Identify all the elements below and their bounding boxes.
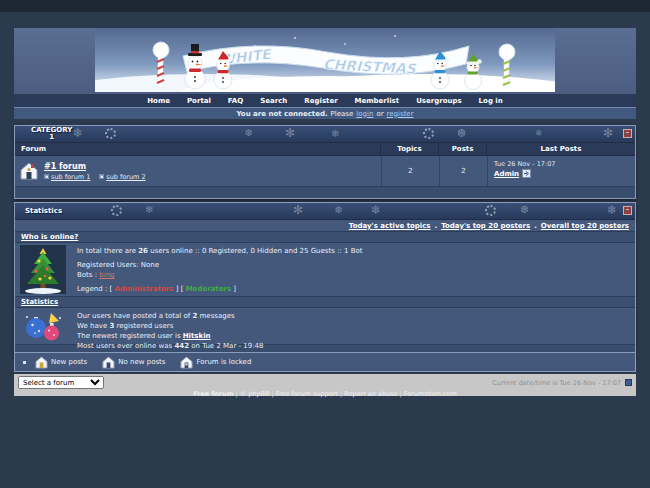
- bot-link[interactable]: bing: [99, 271, 114, 279]
- statistics-title: Statistics: [25, 207, 62, 215]
- table-footer-spacer: [15, 186, 635, 198]
- last-post-author-link[interactable]: Admin: [494, 170, 519, 178]
- footer-corner-icon: [625, 379, 632, 386]
- legend-bullet-icon: [23, 361, 26, 364]
- top-posters-today-link[interactable]: Today's top 20 posters: [441, 222, 530, 230]
- footer-links: Free forum|© phpBB|Free forum support|Re…: [18, 390, 632, 398]
- legend-new-posts: New posts: [35, 356, 87, 369]
- wreath-icon: [485, 205, 496, 216]
- legend-forum-locked: Forum is locked: [180, 356, 251, 369]
- registered-users-line: Registered Users: None: [77, 261, 629, 269]
- column-last-posts: Last Posts: [486, 143, 635, 155]
- forum-page: WHITE CHRISTMAS: [0, 0, 650, 488]
- snowflake-icon: ❄: [607, 203, 617, 217]
- christmas-tree-image: [20, 245, 66, 294]
- ornaments-image: [23, 311, 63, 341]
- snowflake-icon: ❆: [335, 205, 343, 215]
- subforum-item: sub forum 1: [44, 173, 90, 181]
- status-or: or: [376, 110, 383, 118]
- statistics-detail-link[interactable]: Statistics: [21, 298, 58, 306]
- nav-login[interactable]: Log in: [479, 97, 503, 105]
- post-legend-bar: New posts No new posts Forum is locked: [14, 352, 636, 372]
- forum-jump-select[interactable]: Select a forum: [18, 376, 104, 389]
- subforum-list: sub forum 1 sub forum 2: [44, 173, 146, 181]
- nav-memberlist[interactable]: Memberlist: [355, 97, 400, 105]
- subforum-bullet-icon: [99, 174, 104, 179]
- forumotion-link[interactable]: Forumotion.com: [404, 390, 457, 398]
- who-is-online-link[interactable]: Who is online?: [21, 233, 78, 241]
- newest-member-link[interactable]: Hitskin: [183, 332, 211, 340]
- snowflake-icon: ❄: [535, 128, 543, 138]
- column-posts: Posts: [438, 143, 486, 155]
- snowflake-icon: ❄: [73, 126, 83, 140]
- nav-home[interactable]: Home: [147, 97, 170, 105]
- legend-line: Legend : [ Administrators ] [ Moderators…: [77, 285, 629, 293]
- snowflake-icon: ✻: [603, 126, 613, 140]
- statistics-image-cell: [15, 308, 71, 344]
- who-is-online-header: Who is online?: [15, 231, 635, 243]
- nav-register[interactable]: Register: [304, 97, 337, 105]
- goto-last-post-icon[interactable]: [522, 169, 531, 178]
- top-strip: [0, 0, 650, 12]
- collapse-category-button[interactable]: -: [623, 129, 632, 138]
- snowflake-icon: ❆: [245, 128, 253, 138]
- snowflake-icon: ❄: [145, 204, 153, 215]
- posts-count: 2: [439, 156, 487, 186]
- snowflake-icon: ✻: [293, 203, 303, 217]
- nav-search[interactable]: Search: [260, 97, 287, 105]
- register-link[interactable]: register: [387, 110, 414, 118]
- login-link[interactable]: login: [356, 110, 373, 118]
- topics-count: 2: [381, 156, 439, 186]
- forum-cell: #1 forum sub forum 1 sub forum 2: [15, 156, 381, 186]
- top-posters-overall-link[interactable]: Overall top 20 posters: [541, 222, 629, 230]
- christmas-banner-image: WHITE CHRISTMAS: [95, 28, 555, 92]
- subforum-link[interactable]: sub forum 1: [51, 173, 90, 181]
- column-forum: Forum: [15, 145, 380, 153]
- who-is-online-row: In total there are 26 users online :: 0 …: [15, 243, 635, 296]
- forum-row: #1 forum sub forum 1 sub forum 2 2 2: [15, 156, 635, 186]
- nav-portal[interactable]: Portal: [187, 97, 211, 105]
- status-please: Please: [331, 110, 354, 118]
- category-title: CATEGORY 1: [31, 127, 72, 141]
- last-post-cell: Tue 26 Nov - 17:07 Admin: [487, 156, 635, 186]
- forum-table-header: Forum Topics Posts Last Posts: [15, 143, 635, 156]
- nav-faq[interactable]: FAQ: [228, 97, 243, 105]
- connection-status-bar: You are not connected. Please login or r…: [14, 107, 636, 119]
- wreath-icon: [111, 205, 122, 216]
- report-abuse-link[interactable]: Report an abuse: [344, 390, 397, 398]
- bots-label: Bots :: [77, 271, 97, 279]
- who-is-online-text: In total there are 26 users online :: 0 …: [71, 243, 635, 296]
- legend-moderators-link[interactable]: Moderators: [186, 285, 231, 293]
- legend-no-new-posts: No new posts: [102, 356, 165, 369]
- link-separator: .: [435, 222, 438, 230]
- new-posts-icon: [35, 356, 48, 369]
- record-online: 442: [174, 342, 189, 350]
- link-separator: .: [534, 222, 537, 230]
- snowflake-icon: ❆: [520, 204, 528, 215]
- subforum-link[interactable]: sub forum 2: [106, 173, 145, 181]
- collapse-statistics-button[interactable]: -: [623, 206, 632, 215]
- stats-subheader: Statistics: [15, 296, 635, 308]
- nav-usergroups[interactable]: Usergroups: [416, 97, 461, 105]
- free-forum-link[interactable]: Free forum: [193, 390, 233, 398]
- forum-locked-icon: [180, 356, 193, 369]
- column-topics: Topics: [380, 143, 438, 155]
- forum-status-icon: [19, 161, 39, 181]
- forum-support-link[interactable]: Free forum support: [276, 390, 338, 398]
- snowflake-icon: ❆: [457, 127, 466, 140]
- phpbb-link[interactable]: © phpBB: [240, 390, 270, 398]
- who-is-online-image-cell: [15, 243, 71, 296]
- current-datetime: Current date/time is Tue 26 Nov - 17:07: [492, 379, 621, 387]
- snowflake-icon: ❄: [331, 128, 339, 139]
- statistics-header-bar: ❄ ✻ ❆ ❄ ❆ ❄ Statistics -: [15, 203, 635, 220]
- statistics-links-row: Today's active topics . Today's top 20 p…: [15, 220, 635, 231]
- wreath-icon: [423, 128, 434, 139]
- forum-link[interactable]: #1 forum: [44, 162, 86, 171]
- status-text: You are not connected.: [236, 110, 327, 118]
- last-post-date: Tue 26 Nov - 17:07: [494, 160, 555, 168]
- active-topics-link[interactable]: Today's active topics: [349, 222, 431, 230]
- subforum-bullet-icon: [44, 174, 49, 179]
- online-count: 26: [138, 247, 148, 255]
- category-header-bar: ❄ ❆ ✻ ❄ ❆ ❄ ✻ CATEGORY 1 -: [15, 126, 635, 143]
- legend-administrators-link[interactable]: Administrators: [115, 285, 174, 293]
